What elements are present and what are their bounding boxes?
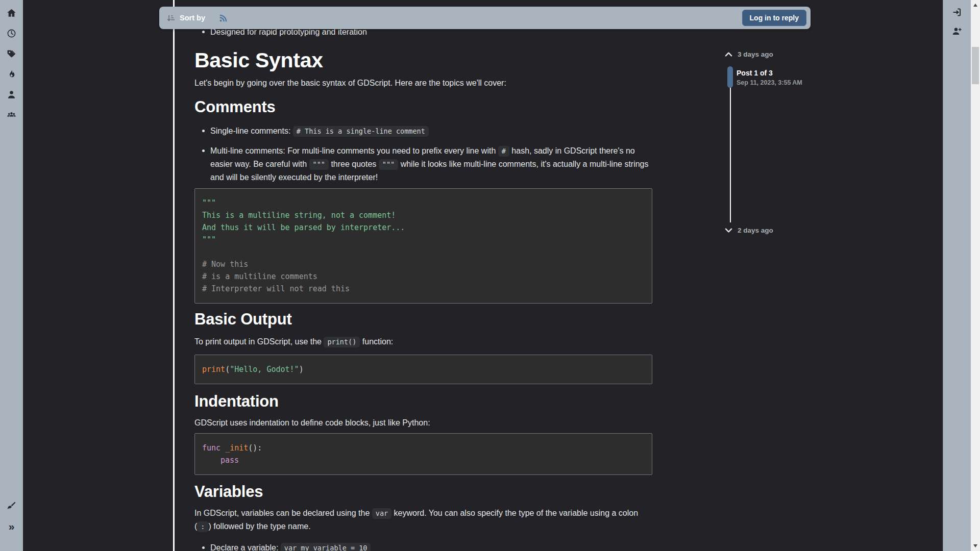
variables-list: Declare a variable: var my_variable = 10 (194, 541, 652, 551)
inline-code-single-line-comment: # This is a single-line comment (293, 126, 429, 137)
timeline-scrubber-handle[interactable] (727, 66, 733, 88)
forum-topic-page: » Sort by Log in to reply Designed for r… (0, 0, 980, 551)
timeline-older-label: 2 days ago (738, 227, 773, 234)
login-to-reply-button[interactable]: Log in to reply (742, 10, 806, 26)
user-icon[interactable] (7, 90, 16, 99)
heading-comments: Comments (194, 98, 652, 116)
indentation-paragraph: GDScript uses indentation to define code… (194, 416, 652, 429)
register-icon[interactable] (952, 26, 962, 36)
sort-by-label: Sort by (180, 14, 205, 22)
theme-brush-icon[interactable] (7, 501, 16, 511)
topic-timeline: 3 days ago Post 1 of 3 Sep 11, 2023, 3:5… (725, 51, 812, 244)
left-sidebar: » (0, 0, 23, 551)
code-block-multiline-comments: """This is a multiline string, not a com… (194, 188, 652, 304)
rss-feed-icon[interactable] (219, 14, 228, 22)
sort-by-control[interactable]: Sort by (166, 14, 205, 22)
heading-basic-output: Basic Output (194, 310, 652, 329)
timeline-track (730, 88, 731, 222)
timeline-post-date: Sep 11, 2023, 3:55 AM (737, 79, 802, 86)
topic-toolbar: Sort by Log in to reply (159, 7, 811, 29)
tags-icon[interactable] (7, 49, 16, 59)
code-block-print: print("Hello, Godot!") (194, 355, 652, 384)
sort-amount-icon (166, 14, 175, 22)
scrollbar-thumb[interactable] (972, 47, 979, 84)
code-block-func-init: func _init():pass (194, 433, 652, 475)
inline-code-var: var (372, 508, 391, 519)
timeline-older-control[interactable]: 2 days ago (725, 227, 773, 234)
timeline-newer-control[interactable]: 3 days ago (725, 51, 773, 58)
timeline-post-meta: Post 1 of 3 Sep 11, 2023, 3:55 AM (737, 69, 802, 86)
list-item-single-line: Single-line comments: # This is a single… (194, 124, 652, 138)
right-auth-strip (943, 0, 971, 551)
inline-code-colon: : (197, 521, 208, 532)
popular-flame-icon[interactable] (7, 69, 16, 79)
login-icon[interactable] (952, 7, 962, 17)
basic-output-paragraph: To print output in GDScript, use the pri… (194, 335, 652, 348)
post-content: Designed for rapid prototyping and itera… (194, 0, 652, 551)
inline-code-print: print() (324, 337, 360, 347)
timeline-post-position: Post 1 of 3 (737, 69, 802, 77)
inline-code-declare: var my_variable = 10 (281, 543, 371, 551)
heading-variables: Variables (194, 483, 652, 501)
inline-code-triple-quote-1: """ (309, 159, 329, 170)
scrollbar[interactable] (971, 0, 980, 551)
intro-paragraph: Let's begin by going over the basic synt… (194, 77, 652, 89)
chevron-down-icon (725, 228, 732, 233)
list-item-declare-variable: Declare a variable: var my_variable = 10 (194, 541, 652, 551)
groups-icon[interactable] (7, 110, 16, 120)
comments-list: Single-line comments: # This is a single… (194, 124, 652, 184)
list-item-multi-line: Multi-line comments: For multi-line comm… (194, 144, 652, 184)
inline-code-triple-quote-2: """ (379, 159, 398, 170)
content-divider-line (173, 0, 175, 551)
timeline-newer-label: 3 days ago (738, 51, 773, 58)
home-icon[interactable] (7, 8, 16, 18)
scrollbar-down-arrow-icon[interactable] (973, 544, 977, 547)
recent-clock-icon[interactable] (7, 29, 16, 38)
inline-code-hash: # (498, 146, 509, 157)
expand-angles-icon[interactable]: » (7, 521, 16, 531)
chevron-up-icon (725, 52, 732, 57)
heading-basic-syntax: Basic Syntax (194, 49, 652, 71)
scrollbar-up-arrow-icon[interactable] (973, 4, 977, 7)
variables-paragraph: In GDScript, variables can be declared u… (194, 507, 652, 533)
heading-indentation: Indentation (194, 392, 652, 411)
